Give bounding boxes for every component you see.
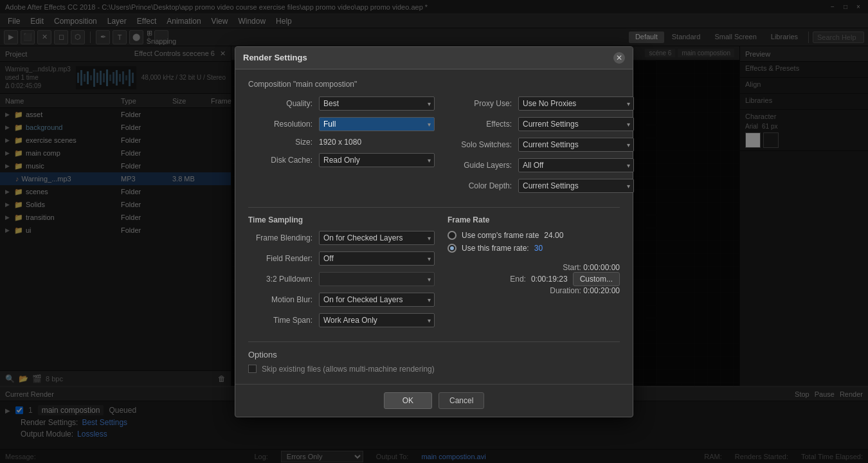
right-settings-col: Proxy Use: Use No Proxies Use All Proxie…	[448, 96, 634, 199]
pulldown-row: 3:2 Pulldown:	[248, 272, 435, 286]
quality-select-wrapper: Best Draft Wireframe	[319, 96, 435, 111]
end-label: End:	[510, 275, 526, 284]
time-info-block: Start: 0:00:00:00 End: 0:00:19:23 Custom…	[448, 263, 620, 295]
quality-select[interactable]: Best Draft Wireframe	[319, 96, 435, 111]
radio-comp-frame-rate: Use comp's frame rate 24.00	[448, 231, 620, 240]
frame-rate-heading: Frame Rate	[448, 215, 620, 224]
divider-1	[248, 207, 620, 208]
size-row: Size: 1920 x 1080	[248, 138, 435, 147]
settings-columns: Quality: Best Draft Wireframe Resolution…	[248, 96, 620, 199]
motion-blur-label: Motion Blur:	[248, 295, 312, 304]
frame-blending-wrapper: On for Checked Layers On for All Layers …	[319, 231, 435, 245]
color-depth-label: Color Depth:	[448, 181, 512, 190]
effects-select-wrapper: Current Settings All On All Off	[518, 117, 634, 131]
dialog-body: Composition "main compostion" Quality: B…	[235, 69, 633, 384]
time-span-wrapper: Work Area Only Length of Comp Custom	[319, 313, 435, 327]
skip-files-checkbox[interactable]	[248, 365, 257, 373]
motion-blur-select[interactable]: On for Checked Layers On for All Layers …	[319, 293, 435, 307]
duration-value: 0:00:20:00	[583, 286, 620, 295]
start-label: Start:	[563, 263, 581, 272]
time-sampling-heading: Time Sampling	[248, 215, 435, 224]
motion-blur-wrapper: On for Checked Layers On for All Layers …	[319, 293, 435, 307]
frame-rate-col: Frame Rate Use comp's frame rate 24.00 U…	[448, 215, 620, 334]
time-span-row: Time Span: Work Area Only Length of Comp…	[248, 313, 435, 327]
guide-row: Guide Layers: All Off All On Current Set…	[448, 158, 634, 172]
guide-label: Guide Layers:	[448, 161, 512, 170]
frame-blending-row: Frame Blending: On for Checked Layers On…	[248, 231, 435, 245]
custom-button[interactable]: Custom...	[573, 272, 620, 286]
divider-2	[248, 341, 620, 342]
dialog-titlebar: Render Settings ✕	[235, 47, 633, 69]
field-render-row: Field Render: Off Upper First Lower Firs…	[248, 251, 435, 266]
disk-cache-select-wrapper: Read Only Current Settings None	[319, 153, 435, 167]
disk-cache-label: Disk Cache:	[248, 156, 312, 165]
radio-comp-frame-rate-input[interactable]	[448, 231, 457, 240]
pulldown-select[interactable]	[319, 272, 435, 286]
solo-row: Solo Switches: Current Settings	[448, 138, 634, 152]
quality-row: Quality: Best Draft Wireframe	[248, 96, 435, 111]
color-depth-select-wrapper: Current Settings 8 bpc 16 bpc 32 bpc	[518, 179, 634, 193]
color-depth-row: Color Depth: Current Settings 8 bpc 16 b…	[448, 179, 634, 193]
resolution-select[interactable]: Full Half Third Quarter Custom	[319, 117, 435, 131]
radio1-value: 24.00	[544, 231, 563, 240]
proxy-row: Proxy Use: Use No Proxies Use All Proxie…	[448, 96, 634, 111]
field-render-wrapper: Off Upper First Lower First	[319, 251, 435, 266]
left-settings-col: Quality: Best Draft Wireframe Resolution…	[248, 96, 435, 199]
effects-label-dlg: Effects:	[448, 120, 512, 129]
time-span-select[interactable]: Work Area Only Length of Comp Custom	[319, 313, 435, 327]
start-value: 0:00:00:00	[583, 263, 620, 272]
effects-row: Effects: Current Settings All On All Off	[448, 117, 634, 131]
proxy-select-wrapper: Use No Proxies Use All Proxies	[518, 96, 634, 111]
field-render-label: Field Render:	[248, 254, 312, 263]
radio-custom-frame-rate-input[interactable]	[448, 244, 457, 253]
time-sampling-left: Time Sampling Frame Blending: On for Che…	[248, 215, 435, 334]
radio2-label: Use this frame rate:	[462, 244, 529, 253]
resolution-select-wrapper: Full Half Third Quarter Custom	[319, 117, 435, 131]
duration-label: Duration:	[550, 286, 581, 295]
size-label: Size:	[248, 138, 312, 147]
time-sampling-section: Time Sampling Frame Blending: On for Che…	[248, 215, 620, 334]
radio1-label: Use comp's frame rate	[462, 231, 539, 240]
solo-label: Solo Switches:	[448, 140, 512, 149]
render-settings-dialog: Render Settings ✕ Composition "main comp…	[235, 46, 633, 417]
proxy-label: Proxy Use:	[448, 99, 512, 108]
duration-row: Duration: 0:00:20:00	[448, 286, 620, 295]
composition-name-label: Composition "main compostion"	[248, 80, 620, 89]
cancel-button[interactable]: Cancel	[439, 392, 484, 409]
quality-label: Quality:	[248, 99, 312, 108]
color-depth-select[interactable]: Current Settings 8 bpc 16 bpc 32 bpc	[518, 179, 634, 193]
proxy-select[interactable]: Use No Proxies Use All Proxies	[518, 96, 634, 111]
skip-files-label: Skip existing files (allows multi-machin…	[262, 365, 435, 374]
frame-blending-select[interactable]: On for Checked Layers On for All Layers …	[319, 231, 435, 245]
solo-select[interactable]: Current Settings	[518, 138, 634, 152]
motion-blur-row: Motion Blur: On for Checked Layers On fo…	[248, 293, 435, 307]
frame-blending-label: Frame Blending:	[248, 233, 312, 242]
start-row: Start: 0:00:00:00	[448, 263, 620, 272]
end-row: End: 0:00:19:23 Custom...	[448, 272, 620, 286]
resolution-label: Resolution:	[248, 120, 312, 129]
size-value: 1920 x 1080	[319, 138, 361, 147]
skip-files-row: Skip existing files (allows multi-machin…	[248, 365, 620, 374]
radio-custom-frame-rate: Use this frame rate: 30	[448, 244, 620, 253]
dialog-close-button[interactable]: ✕	[613, 52, 625, 64]
disk-cache-row: Disk Cache: Read Only Current Settings N…	[248, 153, 435, 167]
resolution-row: Resolution: Full Half Third Quarter Cust…	[248, 117, 435, 131]
field-render-select[interactable]: Off Upper First Lower First	[319, 251, 435, 266]
time-span-label: Time Span:	[248, 316, 312, 325]
ok-button[interactable]: OK	[384, 392, 432, 409]
solo-select-wrapper: Current Settings	[518, 138, 634, 152]
guide-select[interactable]: All Off All On Current Settings	[518, 158, 634, 172]
dialog-footer: OK Cancel	[235, 384, 633, 417]
options-title: Options	[248, 350, 620, 359]
disk-cache-select[interactable]: Read Only Current Settings None	[319, 153, 435, 167]
modal-overlay: Render Settings ✕ Composition "main comp…	[0, 0, 868, 463]
radio2-value: 30	[534, 244, 543, 253]
pulldown-wrapper	[319, 272, 435, 286]
end-value: 0:00:19:23	[531, 275, 568, 284]
pulldown-label: 3:2 Pulldown:	[248, 275, 312, 284]
guide-select-wrapper: All Off All On Current Settings	[518, 158, 634, 172]
effects-select[interactable]: Current Settings All On All Off	[518, 117, 634, 131]
dialog-title: Render Settings	[243, 53, 307, 62]
options-section: Options Skip existing files (allows mult…	[248, 350, 620, 374]
